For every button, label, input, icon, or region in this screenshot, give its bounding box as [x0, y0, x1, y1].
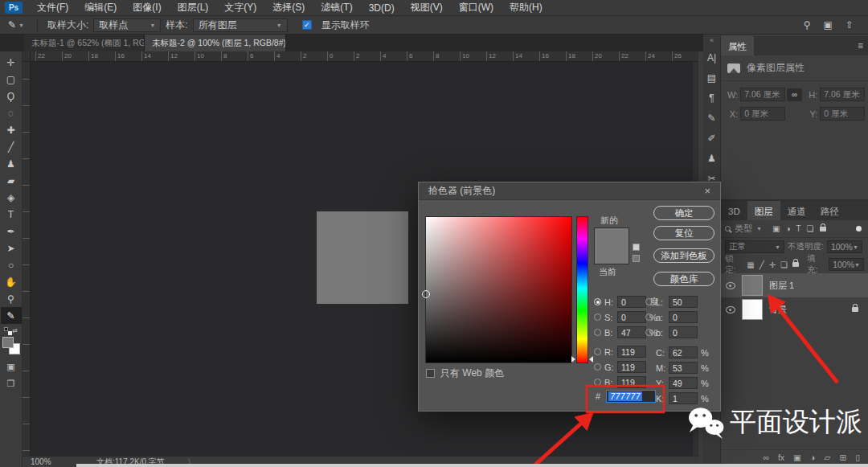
visibility-eye-icon[interactable]	[726, 282, 735, 289]
hand-tool[interactable]: ✋	[1, 273, 22, 290]
menu-window[interactable]: 窗口(W)	[451, 0, 502, 15]
zoom-tool[interactable]: ⚲	[1, 290, 22, 307]
brush-settings-panel-icon[interactable]: ✎	[703, 108, 720, 128]
value-field[interactable]: 1	[669, 392, 698, 404]
radio-button[interactable]	[594, 329, 601, 336]
radio-button[interactable]	[594, 363, 601, 371]
layer-row-layer-1[interactable]: 图层 1	[721, 273, 868, 297]
layer-thumbnail[interactable]	[742, 299, 763, 320]
document-gray-square[interactable]	[317, 211, 408, 304]
menu-edit[interactable]: 编辑(E)	[76, 0, 125, 15]
search-icon[interactable]: ⚲	[804, 19, 811, 31]
color-field-marker[interactable]	[422, 290, 430, 298]
filter-toggle-icon[interactable]	[856, 226, 862, 231]
tab-properties[interactable]: 属性	[721, 36, 754, 55]
radio-button[interactable]	[594, 348, 601, 355]
value-field[interactable]: 0	[617, 311, 646, 323]
value-field[interactable]: 49	[669, 377, 698, 389]
brush-tool[interactable]: ╱	[1, 138, 22, 155]
lock-artboard-icon[interactable]: ❏	[780, 260, 788, 269]
value-field[interactable]: 0	[617, 296, 646, 308]
value-field[interactable]: 47	[617, 326, 646, 338]
hex-input[interactable]: 777777	[606, 390, 656, 403]
value-field[interactable]: 53	[669, 362, 698, 374]
ellipse-tool[interactable]: ○	[1, 256, 22, 273]
brushes-panel-icon[interactable]: ✐	[703, 128, 720, 148]
doc-tab-untitled-1[interactable]: 未标题-1 @ 652% (椭圆 1, RGB/8) * ×	[24, 35, 145, 51]
ok-button[interactable]: 确定	[653, 206, 714, 220]
saturation-brightness-field[interactable]	[425, 216, 572, 363]
value-field[interactable]: 119	[617, 346, 646, 358]
radio-button[interactable]	[645, 329, 653, 336]
color-libraries-button[interactable]: 颜色库	[653, 272, 714, 286]
clone-source-panel-icon[interactable]: ♟	[703, 148, 720, 168]
height-field[interactable]: 7.06 厘米	[820, 88, 865, 101]
panel-tab[interactable]: 通道	[780, 201, 813, 220]
panel-menu-icon[interactable]: ≡	[858, 40, 863, 51]
menu-image[interactable]: 图像(I)	[125, 0, 169, 15]
menu-help[interactable]: 帮助(H)	[502, 0, 551, 15]
sample-size-dropdown[interactable]: 取样点 ▼	[93, 18, 161, 32]
menu-3d[interactable]: 3D(D)	[361, 0, 403, 15]
layer-mask-icon[interactable]: ▣	[793, 453, 801, 462]
filter-type-layers-icon[interactable]: T	[796, 224, 800, 233]
layer-style-icon[interactable]: fx	[778, 453, 784, 462]
lock-all-icon[interactable]	[792, 262, 799, 267]
character-panel-icon[interactable]: A|	[703, 47, 720, 68]
panel-tab[interactable]: 图层	[747, 201, 780, 220]
rectangular-marquee-tool[interactable]: ▢	[1, 71, 22, 88]
dialog-title-bar[interactable]: 拾色器 (前景色) ×	[419, 182, 720, 200]
value-field[interactable]: 0	[669, 326, 698, 338]
lock-transparent-pixels-icon[interactable]: ▦	[747, 260, 754, 269]
character-styles-panel-icon[interactable]: ▤	[703, 68, 720, 88]
x-field[interactable]: 0 厘米	[740, 107, 785, 121]
spot-healing-tool[interactable]: ✚	[1, 121, 22, 138]
doc-tab-untitled-2[interactable]: 未标题-2 @ 100% (图层 1, RGB/8#) * ×	[145, 35, 286, 51]
clone-stamp-tool[interactable]: ♟	[1, 155, 22, 172]
show-sampling-ring-checkbox[interactable]: ✓	[302, 20, 312, 30]
filter-type-dropdown[interactable]: 类型	[735, 223, 752, 235]
filter-pixel-layers-icon[interactable]: ▣	[772, 224, 780, 233]
default-swap-colors[interactable]: ⇄	[4, 326, 18, 335]
y-field[interactable]: 0 厘米	[820, 107, 865, 121]
value-field[interactable]: 0	[669, 311, 698, 323]
panel-tab[interactable]: 路径	[813, 201, 846, 220]
share-icon[interactable]: ⇧	[845, 19, 854, 31]
layer-thumbnail[interactable]	[742, 275, 763, 296]
adjustment-layer-icon[interactable]: ◑	[810, 453, 815, 462]
expand-panels-icon[interactable]: «	[710, 36, 714, 47]
filter-smart-object-icon[interactable]	[820, 227, 826, 231]
radio-button[interactable]	[594, 379, 601, 386]
menu-layer[interactable]: 图层(L)	[170, 0, 217, 15]
value-field[interactable]: 50	[669, 296, 698, 308]
lock-image-pixels-icon[interactable]: ╱	[760, 260, 764, 269]
link-layers-icon[interactable]: ∞	[763, 453, 769, 462]
ruler-origin-box[interactable]	[23, 51, 31, 62]
fill-field[interactable]: 100% ▼	[829, 258, 864, 271]
lock-position-icon[interactable]: ✛	[769, 260, 776, 269]
value-field[interactable]: 119	[617, 376, 646, 388]
hue-slider-handle[interactable]	[571, 356, 575, 363]
path-selection-tool[interactable]: ➤	[1, 240, 22, 256]
web-colors-checkbox[interactable]	[426, 369, 435, 378]
menu-file[interactable]: 文件(F)	[29, 0, 76, 15]
eraser-tool[interactable]: ▰	[1, 172, 22, 189]
layer-group-icon[interactable]: ▱	[824, 453, 830, 462]
type-tool[interactable]: T	[1, 206, 22, 223]
radio-button[interactable]	[594, 313, 601, 321]
color-swatches[interactable]	[2, 337, 20, 354]
pen-tool[interactable]: ✒	[1, 223, 22, 240]
hue-slider-handle[interactable]	[589, 356, 593, 363]
sample-layers-dropdown[interactable]: 所有图层 ▼	[193, 18, 288, 32]
add-to-swatches-button[interactable]: 添加到色板	[653, 248, 714, 263]
new-layer-icon[interactable]: ⊞	[839, 453, 846, 462]
menu-select[interactable]: 选择(S)	[264, 0, 313, 15]
panel-tab[interactable]: 3D	[721, 201, 747, 220]
link-dimensions-icon[interactable]: ∞	[787, 88, 802, 101]
screen-mode-button[interactable]: ❐	[1, 376, 22, 391]
radio-button[interactable]	[645, 313, 653, 321]
value-field[interactable]: 62	[669, 346, 698, 358]
foreground-color-swatch[interactable]	[2, 337, 14, 348]
filter-adjustment-layers-icon[interactable]: ◑	[785, 224, 790, 233]
paragraph-panel-icon[interactable]: ¶	[703, 88, 720, 108]
